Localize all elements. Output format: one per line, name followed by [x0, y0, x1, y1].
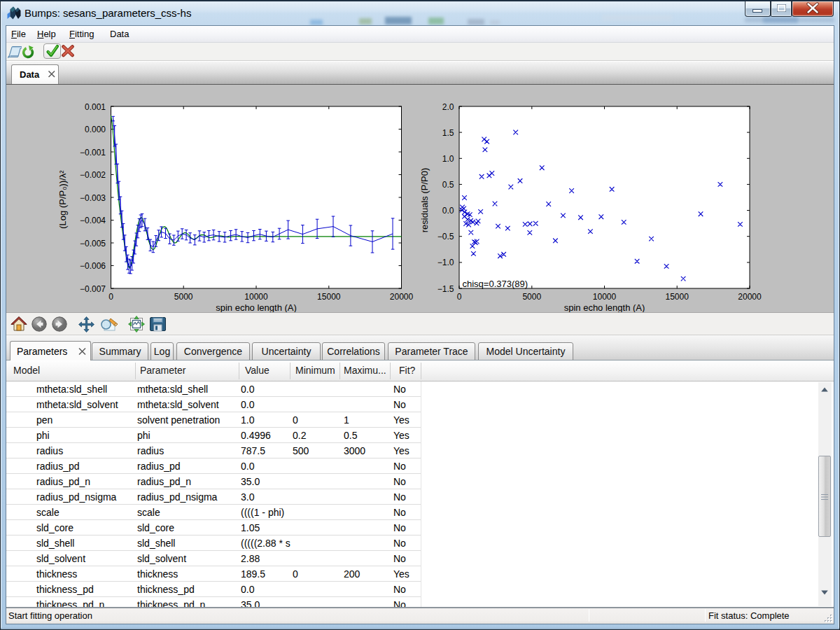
svg-text:0.001: 0.001: [85, 102, 106, 112]
svg-text:0.5: 0.5: [442, 180, 454, 190]
svg-text:10000: 10000: [593, 292, 617, 302]
svg-text:1.5: 1.5: [442, 128, 454, 138]
svg-text:−0.004: −0.004: [80, 216, 106, 225]
svg-text:15000: 15000: [666, 292, 690, 302]
svg-text:0: 0: [457, 292, 462, 302]
svg-text:−0.001: −0.001: [80, 148, 106, 158]
svg-text:chisq=0.373(89): chisq=0.373(89): [463, 279, 528, 289]
svg-text:−0.006: −0.006: [80, 261, 106, 271]
svg-text:−0.007: −0.007: [80, 284, 106, 294]
svg-text:0: 0: [108, 292, 113, 302]
svg-text:15000: 15000: [317, 292, 341, 302]
svg-text:0.0: 0.0: [442, 206, 454, 216]
svg-text:5000: 5000: [174, 292, 193, 302]
svg-text:2.0: 2.0: [442, 102, 454, 112]
svg-text:spin echo length (A): spin echo length (A): [216, 302, 297, 312]
svg-text:residuals (P/P0): residuals (P/P0): [419, 168, 430, 232]
svg-text:−1.5: −1.5: [438, 284, 454, 294]
svg-text:20000: 20000: [390, 292, 414, 302]
svg-text:−0.5: −0.5: [438, 232, 454, 241]
svg-text:5000: 5000: [522, 292, 541, 302]
svg-text:10000: 10000: [244, 292, 268, 302]
svg-text:1.0: 1.0: [442, 154, 454, 164]
svg-text:−0.003: −0.003: [80, 193, 106, 203]
svg-text:(Log (P/P₀))/λ²: (Log (P/P₀))/λ²: [57, 170, 68, 229]
svg-text:−0.002: −0.002: [80, 170, 106, 180]
svg-text:spin echo length (A): spin echo length (A): [564, 302, 645, 312]
svg-text:0.000: 0.000: [85, 125, 106, 134]
svg-text:20000: 20000: [738, 292, 762, 302]
svg-text:−1.0: −1.0: [438, 258, 454, 267]
svg-text:−0.005: −0.005: [80, 239, 106, 248]
